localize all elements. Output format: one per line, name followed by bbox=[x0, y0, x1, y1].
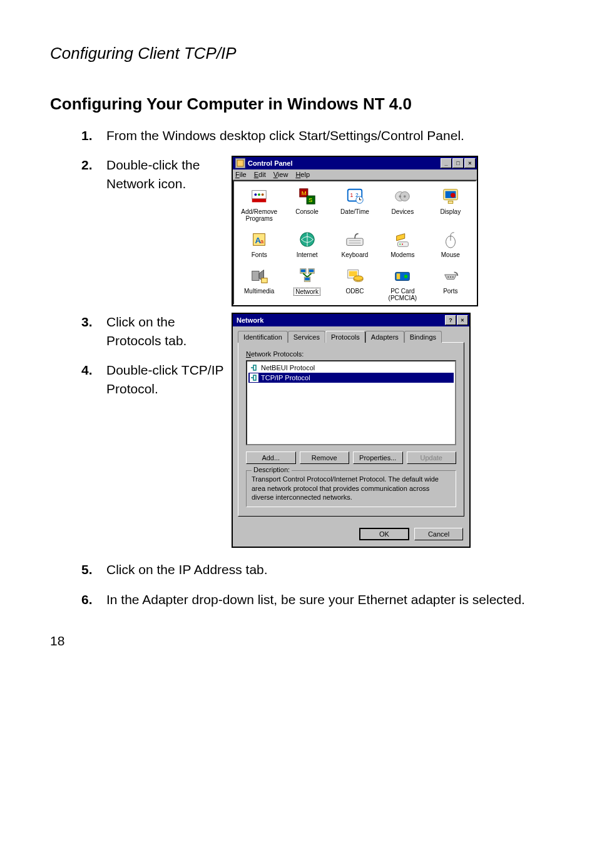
icon-label: Mouse bbox=[441, 251, 460, 258]
dialog-title: Network bbox=[237, 316, 263, 324]
step-text: Click on the Protocols tab. bbox=[106, 313, 232, 350]
svg-rect-44 bbox=[305, 278, 310, 281]
page-number: 18 bbox=[50, 633, 547, 648]
cp-item-add-remove[interactable]: Add/Remove Programs bbox=[235, 185, 283, 223]
cp-item-multimedia[interactable]: Multimedia bbox=[235, 265, 283, 303]
icon-label: Add/Remove Programs bbox=[237, 208, 282, 222]
remove-button[interactable]: Remove bbox=[300, 452, 350, 464]
icon-label: Console bbox=[295, 208, 319, 215]
svg-text:S: S bbox=[308, 198, 312, 204]
svg-line-46 bbox=[307, 274, 312, 278]
tab-bindings[interactable]: Bindings bbox=[404, 331, 442, 343]
icon-label: Display bbox=[440, 208, 461, 215]
svg-point-18 bbox=[399, 196, 402, 198]
group-title: Description: bbox=[252, 466, 292, 473]
icon-label: Fonts bbox=[252, 251, 267, 258]
svg-point-54 bbox=[447, 276, 449, 278]
cp-item-mouse[interactable]: Mouse bbox=[427, 228, 474, 260]
menu-edit[interactable]: Edit bbox=[254, 171, 266, 178]
modems-icon bbox=[392, 230, 412, 250]
svg-point-23 bbox=[451, 193, 456, 198]
ok-button[interactable]: OK bbox=[359, 528, 409, 540]
icon-label: PC Card (PCMCIA) bbox=[380, 288, 425, 301]
svg-rect-29 bbox=[347, 239, 363, 246]
cp-item-internet[interactable]: Internet bbox=[283, 228, 330, 260]
keyboard-icon bbox=[345, 230, 365, 250]
icon-label: Multimedia bbox=[244, 288, 274, 295]
cp-item-ports[interactable]: Ports bbox=[427, 265, 474, 303]
menu-view[interactable]: View bbox=[273, 171, 288, 178]
step-text: Click on the IP Address tab. bbox=[106, 560, 547, 578]
icon-label: ODBC bbox=[346, 288, 364, 295]
cp-item-keyboard[interactable]: Keyboard bbox=[331, 228, 379, 260]
cp-item-devices[interactable]: Devices bbox=[379, 185, 426, 223]
svg-point-4 bbox=[258, 194, 260, 196]
tab-protocols[interactable]: Protocols bbox=[325, 331, 365, 343]
list-item[interactable]: NetBEUI Protocol bbox=[248, 363, 454, 373]
console-icon: MS bbox=[297, 186, 317, 206]
listbox-label: Network Protocols: bbox=[246, 350, 456, 358]
odbc-icon bbox=[345, 266, 365, 286]
minimize-button[interactable]: _ bbox=[441, 158, 452, 168]
help-button[interactable]: ? bbox=[445, 315, 456, 325]
update-button: Update bbox=[407, 452, 457, 464]
svg-rect-0 bbox=[237, 160, 243, 166]
svg-rect-41 bbox=[300, 270, 305, 273]
step-number: 6. bbox=[81, 590, 106, 608]
cp-item-odbc[interactable]: ODBC bbox=[331, 265, 379, 303]
pc-card-icon bbox=[392, 266, 412, 286]
titlebar: Control Panel _ □ × bbox=[233, 157, 477, 169]
icon-label: Ports bbox=[443, 288, 457, 295]
svg-point-19 bbox=[404, 196, 406, 198]
display-icon bbox=[441, 186, 461, 206]
date-time-icon: 12 bbox=[345, 186, 365, 206]
cp-item-network[interactable]: Network bbox=[283, 265, 330, 303]
menu-file[interactable]: File bbox=[235, 171, 247, 178]
cp-item-modems[interactable]: Modems bbox=[379, 228, 426, 260]
step-number: 3. bbox=[81, 313, 106, 331]
svg-rect-38 bbox=[262, 278, 267, 283]
svg-text:M: M bbox=[301, 191, 306, 197]
list-item[interactable]: TCP/IP Protocol bbox=[248, 373, 454, 383]
devices-icon bbox=[392, 186, 412, 206]
step-number: 4. bbox=[81, 361, 106, 379]
icon-label: Modems bbox=[390, 251, 414, 258]
step-text: From the Windows desktop click Start/Set… bbox=[106, 126, 547, 144]
icon-label: Internet bbox=[297, 251, 318, 258]
protocol-icon bbox=[250, 373, 258, 382]
svg-rect-2 bbox=[252, 199, 267, 203]
cp-item-fonts[interactable]: Aa Fonts bbox=[235, 228, 283, 260]
cp-item-pc-card[interactable]: PC Card (PCMCIA) bbox=[379, 265, 426, 303]
svg-rect-22 bbox=[448, 201, 453, 204]
svg-line-45 bbox=[303, 274, 307, 278]
mouse-icon bbox=[441, 230, 461, 250]
description-group: Description: Transport Control Protocol/… bbox=[246, 470, 456, 507]
cp-item-console[interactable]: MS Console bbox=[283, 185, 330, 223]
cancel-button[interactable]: Cancel bbox=[414, 528, 463, 540]
protocols-listbox[interactable]: NetBEUI Protocol TCP/IP Protocol bbox=[246, 360, 456, 445]
cp-item-display[interactable]: Display bbox=[427, 185, 474, 223]
close-button[interactable]: × bbox=[464, 158, 476, 168]
svg-rect-48 bbox=[349, 271, 357, 276]
menu-help[interactable]: Help bbox=[295, 171, 310, 178]
window-title: Control Panel bbox=[248, 159, 293, 167]
svg-rect-52 bbox=[397, 274, 401, 280]
maximize-button[interactable]: □ bbox=[452, 158, 464, 168]
tab-services[interactable]: Services bbox=[288, 331, 325, 343]
properties-button[interactable]: Properties... bbox=[353, 452, 403, 464]
tab-adapters[interactable]: Adapters bbox=[365, 331, 404, 343]
step-number: 1. bbox=[81, 126, 106, 144]
step-text: Double-click the Network icon. bbox=[106, 156, 232, 193]
svg-point-50 bbox=[354, 276, 363, 281]
svg-rect-37 bbox=[252, 271, 259, 281]
cp-item-date-time[interactable]: 12 Date/Time bbox=[331, 185, 379, 223]
close-button[interactable]: × bbox=[457, 315, 468, 325]
tab-identification[interactable]: Identification bbox=[238, 331, 288, 343]
control-panel-icon bbox=[235, 158, 245, 168]
add-button[interactable]: Add... bbox=[246, 452, 296, 464]
list-item-label: TCP/IP Protocol bbox=[261, 374, 310, 381]
step-number: 5. bbox=[81, 560, 106, 578]
titlebar: Network ? × bbox=[233, 314, 469, 326]
svg-point-34 bbox=[402, 244, 403, 245]
section-path: Configuring Client TCP/IP bbox=[50, 44, 547, 63]
